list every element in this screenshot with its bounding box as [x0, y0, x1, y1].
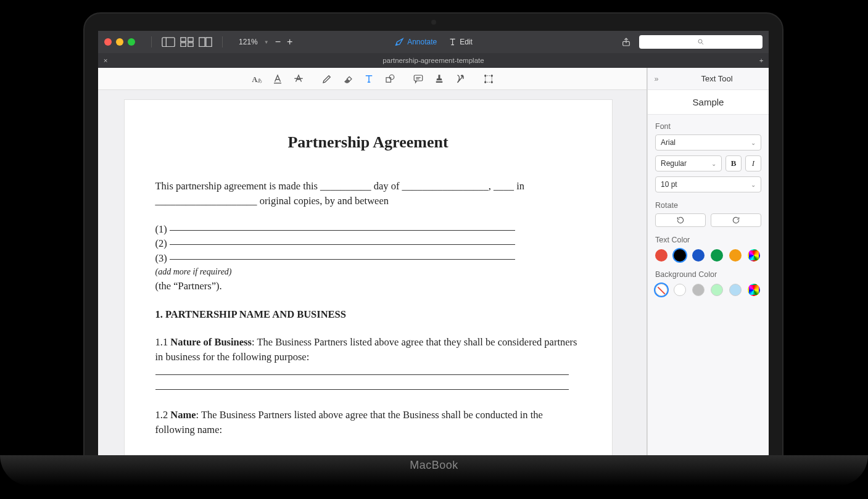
- font-size-value: 10 pt: [661, 180, 677, 189]
- laptop-brand: MacBook: [410, 459, 458, 472]
- editor-pane: Aあ: [98, 68, 647, 455]
- separator: [151, 36, 152, 47]
- selection-icon[interactable]: [482, 73, 495, 85]
- strikethrough-icon[interactable]: [292, 73, 305, 85]
- thumbnail-view-icon[interactable]: [180, 37, 194, 47]
- text-color-swatch[interactable]: [674, 249, 686, 262]
- bg-color-swatch[interactable]: [674, 284, 686, 296]
- font-weight-value: Regular: [661, 159, 687, 168]
- signature-icon[interactable]: [454, 73, 466, 85]
- svg-rect-2: [181, 38, 186, 41]
- tab-close-button[interactable]: ×: [98, 57, 113, 64]
- sample-preview: Sample: [648, 90, 769, 115]
- font-label: Font: [655, 122, 761, 131]
- annotate-mode-button[interactable]: Annotate: [394, 37, 437, 47]
- edit-mode-button[interactable]: Edit: [448, 38, 473, 46]
- mode-switcher: Annotate Edit: [394, 37, 473, 47]
- minimize-window-button[interactable]: [116, 38, 123, 46]
- text-tool-icon[interactable]: [363, 73, 375, 85]
- chevron-down-icon: ⌄: [751, 139, 756, 146]
- close-window-button[interactable]: [104, 38, 112, 46]
- zoom-level[interactable]: 121%: [239, 38, 258, 46]
- s12-body: : The Business Partners listed above agr…: [155, 409, 543, 435]
- bg-color-swatch[interactable]: [711, 284, 723, 296]
- svg-point-25: [484, 81, 486, 83]
- chevron-down-icon: ⌄: [711, 160, 716, 167]
- font-size-select[interactable]: 10 pt ⌄: [655, 176, 761, 192]
- svg-point-26: [491, 81, 492, 83]
- rotate-cw-button[interactable]: [711, 213, 761, 227]
- partner-lines: (1) (2) (3) (add more if required) (the …: [155, 222, 581, 294]
- font-weight-select[interactable]: Regular ⌄: [655, 155, 722, 171]
- color-picker-button[interactable]: [748, 249, 760, 262]
- blank-line: [170, 259, 515, 260]
- collapse-panel-button[interactable]: »: [648, 75, 665, 83]
- s12-num: 1.2: [155, 409, 171, 421]
- sidebar-toggle-icon[interactable]: [162, 37, 175, 47]
- rotate-ccw-icon: [676, 216, 685, 225]
- new-tab-button[interactable]: +: [754, 57, 769, 64]
- svg-rect-0: [162, 38, 175, 47]
- bg-color-swatches: [655, 284, 761, 296]
- text-style-icon[interactable]: Aあ: [250, 73, 263, 85]
- text-color-swatch[interactable]: [655, 249, 668, 262]
- tab-title[interactable]: partnership-agreement-template: [113, 57, 754, 64]
- text-color-swatch[interactable]: [729, 249, 742, 262]
- font-family-select[interactable]: Arial ⌄: [655, 134, 761, 151]
- doc-title: Partnership Agreement: [155, 131, 581, 154]
- share-icon[interactable]: [619, 37, 633, 47]
- two-page-view-icon[interactable]: [199, 37, 212, 47]
- laptop-frame: 121% ▼ − + Annotate Edit: [83, 12, 783, 456]
- svg-rect-4: [181, 43, 186, 46]
- shape-icon[interactable]: [384, 73, 396, 85]
- text-color-swatch[interactable]: [711, 249, 723, 262]
- bold-button[interactable]: B: [725, 155, 742, 171]
- zoom-in-button[interactable]: +: [287, 36, 292, 47]
- blank-line: [170, 230, 515, 231]
- bg-color-swatch[interactable]: [692, 284, 705, 296]
- bg-color-label: Background Color: [655, 270, 761, 279]
- text-color-swatch[interactable]: [692, 249, 705, 262]
- s11-title: Nature of Business: [170, 336, 252, 348]
- line-3-num: (3): [155, 252, 167, 264]
- italic-button[interactable]: I: [745, 155, 761, 171]
- svg-point-9: [698, 39, 702, 43]
- search-input[interactable]: [639, 35, 763, 49]
- bg-color-swatch[interactable]: [729, 284, 742, 296]
- eraser-icon[interactable]: [342, 73, 354, 85]
- stamp-icon[interactable]: [433, 73, 445, 85]
- text-color-label: Text Color: [655, 236, 761, 244]
- annotation-toolbar: Aあ: [98, 68, 647, 90]
- rotate-label: Rotate: [655, 201, 761, 210]
- zoom-controls: 121% ▼ − +: [239, 36, 292, 47]
- svg-point-16: [389, 75, 394, 80]
- text-color-swatches: [655, 249, 761, 262]
- tab-bar: × partnership-agreement-template +: [98, 53, 769, 68]
- svg-rect-3: [188, 38, 193, 41]
- search-icon: [697, 38, 705, 46]
- zoom-window-button[interactable]: [128, 38, 135, 46]
- rotate-cw-icon: [732, 216, 740, 225]
- annotate-label: Annotate: [407, 38, 437, 46]
- comment-icon[interactable]: [412, 73, 424, 85]
- bg-color-swatch[interactable]: [655, 284, 668, 296]
- app-window: 121% ▼ − + Annotate Edit: [98, 31, 769, 455]
- doc-intro-line2: ____________________ original copies, by…: [155, 194, 581, 208]
- document-viewport[interactable]: Partnership Agreement This partnership a…: [98, 90, 647, 455]
- panel-header: » Text Tool: [648, 68, 769, 90]
- line-2-num: (2): [155, 237, 167, 249]
- chevron-down-icon: ▼: [264, 39, 269, 45]
- section-1-1: 1.1 Nature of Business: The Business Par…: [155, 335, 581, 365]
- blank-line: [155, 374, 569, 375]
- laptop-base: MacBook: [0, 455, 868, 486]
- zoom-out-button[interactable]: −: [275, 36, 281, 47]
- svg-rect-17: [414, 75, 423, 81]
- highlight-text-icon[interactable]: [271, 73, 284, 85]
- color-picker-button[interactable]: [748, 284, 760, 296]
- camera-dot: [431, 20, 436, 25]
- add-more-note: (add more if required): [155, 266, 581, 278]
- rotate-ccw-button[interactable]: [655, 213, 706, 227]
- pencil-icon[interactable]: [321, 73, 333, 85]
- svg-line-10: [702, 43, 704, 45]
- window-toolbar: 121% ▼ − + Annotate Edit: [98, 31, 769, 53]
